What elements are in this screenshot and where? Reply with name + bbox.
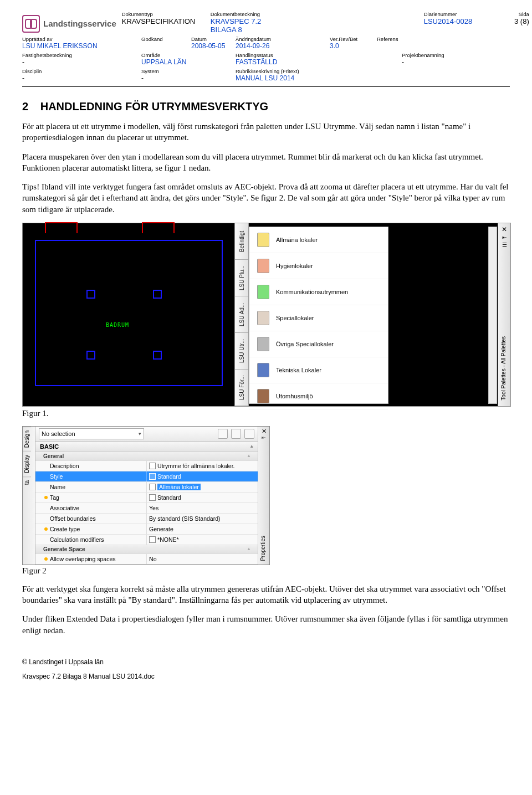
value-icon — [149, 494, 156, 501]
property-value[interactable]: No — [146, 554, 255, 564]
color-swatch-icon — [257, 337, 269, 351]
palette-item[interactable]: Hygienlokaler — [249, 253, 388, 279]
palette-item[interactable]: Speciallokaler — [249, 305, 388, 331]
properties-title: Properties — [260, 536, 266, 561]
dianr-value: LSU2014-0028 — [424, 17, 496, 25]
property-row[interactable]: DescriptionUtrymme för allmänna lokaler. — [35, 461, 258, 471]
para-1: För att placera ut ett utrymme i modelle… — [22, 121, 510, 143]
property-row[interactable]: NameAllmäna lokaler — [35, 482, 258, 493]
footer-filename: Kravspec 7.2 Bilaga 8 Manual LSU 2014.do… — [22, 673, 510, 680]
property-row[interactable]: TagStandard — [35, 493, 258, 503]
palette-tab[interactable]: LSU Ad... — [235, 296, 248, 333]
palette-tab[interactable]: LSU För... — [235, 370, 248, 406]
palette-tab[interactable]: LSU Utr... — [235, 333, 248, 370]
toolbar-icon[interactable] — [244, 429, 254, 439]
disc-label: Disciplin — [22, 68, 141, 74]
close-icon[interactable]: ✕ — [258, 427, 269, 435]
palette-tab[interactable]: Befintligt — [235, 223, 248, 260]
toolbar-icon[interactable] — [218, 429, 228, 439]
property-row[interactable]: AssociativeYes — [35, 503, 258, 514]
palette-item-label: Kommunikationsutrymmen — [276, 289, 348, 295]
cad-handle-icon[interactable] — [153, 290, 162, 299]
cad-handle-icon[interactable] — [86, 290, 95, 299]
property-row[interactable]: Calculation modifiers*NONE* — [35, 535, 258, 545]
property-row[interactable]: Create typeGenerate — [35, 524, 258, 535]
property-key: Tag — [50, 494, 141, 501]
property-value[interactable]: Standard — [146, 471, 255, 481]
selection-dropdown[interactable]: No selection — [39, 428, 144, 439]
color-swatch-icon — [257, 363, 269, 377]
cad-red-line — [142, 222, 175, 233]
property-row[interactable]: Allow overlapping spaces No — [35, 554, 258, 565]
marker-icon — [44, 496, 48, 499]
palette-item[interactable]: Utomhusmiljö — [249, 383, 388, 409]
value-icon — [149, 463, 156, 469]
properties-tab[interactable]: Design — [23, 427, 31, 451]
properties-tab[interactable]: Display — [23, 451, 31, 476]
figure-1-caption: Figur 1. — [22, 409, 510, 418]
ver-value: 3.0 — [330, 42, 377, 50]
toolbar-icon[interactable] — [231, 429, 241, 439]
property-row[interactable]: Offset boundariesBy standard (SIS Standa… — [35, 514, 258, 524]
color-swatch-icon — [257, 389, 269, 403]
palette-scrollbar[interactable] — [488, 227, 497, 404]
property-value[interactable]: Generate — [146, 524, 255, 534]
property-value[interactable]: Allmäna lokaler — [146, 482, 255, 492]
uppr-value: LSU MIKAEL ERIKSSON — [22, 42, 141, 50]
subcategory-general[interactable]: General — [35, 452, 258, 461]
property-value[interactable]: *NONE* — [146, 535, 255, 545]
subcategory-generate-space[interactable]: Generate Space — [35, 545, 258, 554]
property-key: Associative — [50, 505, 141, 511]
pin-icon[interactable]: ⇤ — [498, 234, 510, 240]
palette-item[interactable]: Övriga Speciallokaler — [249, 331, 388, 357]
para-3: Tips! Ibland vill inte verktyget fungera… — [22, 181, 510, 215]
para-2: Placera muspekaren över den ytan i model… — [22, 151, 510, 174]
property-value[interactable]: By standard (SIS Standard) — [146, 514, 255, 524]
figure-2-screenshot: DesignDisplayta No selection BASIC Gener… — [22, 426, 270, 565]
menu-icon[interactable]: ☰ — [498, 242, 510, 248]
value-icon — [149, 473, 156, 480]
hand-label: Handlingsstatus — [236, 52, 402, 58]
figure-2-caption: Figur 2 — [22, 566, 510, 576]
palette-item[interactable]: Allmäna lokaler — [249, 227, 388, 253]
doktyp-value: KRAVSPECIFIKATION — [122, 17, 211, 25]
palette-item[interactable]: Tekniska Lokaler — [249, 357, 388, 383]
property-key: Description — [50, 463, 141, 469]
palette-item-label: Speciallokaler — [276, 315, 314, 321]
pin-icon[interactable]: ⇤ — [258, 435, 269, 440]
property-row[interactable]: StyleStandard — [35, 471, 258, 482]
value-icon — [149, 536, 156, 543]
rubr-label: Rubrik/Beskrivning (Fritext) — [236, 68, 402, 74]
sida-label: Sida — [496, 11, 529, 17]
header-divider — [22, 86, 510, 87]
dianr-label: Diarienummer — [424, 11, 496, 17]
palette-item[interactable]: Kommunikationsutrymmen — [249, 279, 388, 305]
datum-value: 2008-05-05 — [191, 42, 236, 50]
sys-label: System — [141, 68, 236, 74]
hand-value: FASTSTÄLLD — [236, 58, 402, 66]
palette-item-label: Övriga Speciallokaler — [276, 341, 334, 347]
logo-icon — [22, 15, 40, 33]
disc-value: - — [22, 74, 141, 82]
cad-viewport[interactable]: BADRUM — [23, 223, 233, 406]
property-key: Style — [50, 473, 141, 480]
rubr-value: MANUAL LSU 2014 — [236, 74, 402, 82]
logo-text: Landstingsservice — [43, 19, 116, 28]
palette-item-label: Tekniska Lokaler — [276, 367, 321, 373]
palette-tab[interactable]: LSU Plu... — [235, 260, 248, 296]
category-basic[interactable]: BASIC — [35, 442, 258, 452]
properties-tab[interactable]: ta — [23, 476, 31, 488]
value-icon — [149, 484, 156, 490]
properties-main: No selection BASIC General DescriptionUt… — [35, 427, 258, 565]
property-value[interactable]: Standard — [146, 493, 255, 502]
property-value[interactable]: Utrymme för allmänna lokaler. — [146, 461, 255, 471]
cad-handle-icon[interactable] — [86, 351, 95, 360]
fast-label: Fastighetsbeteckning — [22, 52, 141, 58]
close-icon[interactable]: ✕ — [498, 223, 510, 233]
property-value[interactable]: Yes — [146, 503, 255, 513]
properties-toolbar: No selection — [35, 427, 258, 442]
omr-value: UPPSALA LÄN — [141, 58, 236, 66]
color-swatch-icon — [257, 259, 269, 273]
color-swatch-icon — [257, 233, 269, 247]
cad-handle-icon[interactable] — [153, 351, 162, 360]
